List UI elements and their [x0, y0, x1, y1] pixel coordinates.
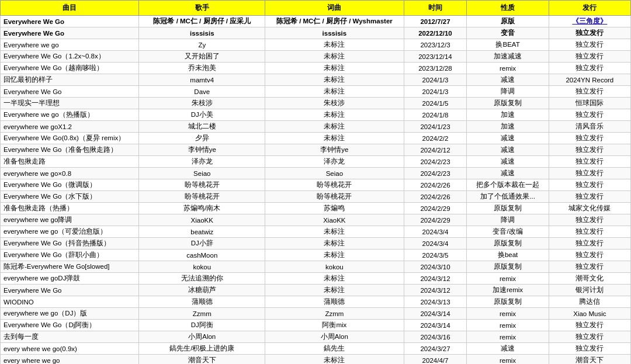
cell-title: 准备包揪走路（热播） — [1, 203, 139, 214]
cell-release: 独立发行 — [549, 86, 630, 98]
cell-type: 换BEAT — [467, 39, 549, 51]
cell-time: 2024/3/16 — [404, 331, 467, 343]
cell-release: 恒球国际 — [549, 98, 630, 109]
cell-time: 2024/3/4 — [404, 238, 467, 249]
cell-title: 陈冠希-Everywhere We Go[slowed] — [1, 261, 139, 273]
cell-release: 独立发行 — [549, 249, 630, 261]
cell-type: 把多个版本裁在一起 — [467, 179, 549, 191]
cell-type: 变音/改编 — [467, 226, 549, 238]
table-row: Everywhere We Go（Dj阿衡）DJ阿衡阿衡mix2024/3/14… — [1, 320, 631, 331]
cell-singer: Zzmm — [139, 308, 265, 320]
cell-release: 银河计划 — [549, 285, 630, 296]
cell-singer: mamtv4 — [139, 74, 265, 86]
cell-time: 2024/3/12 — [404, 273, 467, 285]
cell-lyric: 未标注 — [265, 63, 404, 74]
cell-title: everywhere we go（可爱治愈版） — [1, 226, 139, 238]
cell-type: 原版复制 — [467, 203, 549, 214]
cell-type: remix — [467, 331, 549, 343]
table-row: Everywhere we goZy未标注2023/12/3换BEAT独立发行 — [1, 39, 631, 51]
cell-lyric: Seiao — [265, 168, 404, 179]
table-row: 一半现实一半理想朱枝涉朱枝涉2024/1/5原版复制恒球国际 — [1, 98, 631, 109]
table-row: Everywhere we go（热播版）DJ小美未标注2024/1/8加速独立… — [1, 109, 631, 121]
cell-title: every where we go — [1, 355, 139, 365]
cell-singer: 朱枝涉 — [139, 98, 265, 109]
cell-time: 2024/3/14 — [404, 320, 467, 331]
cell-lyric: 朱枝涉 — [265, 98, 404, 109]
cell-title: 去到每一度 — [1, 331, 139, 343]
cell-time: 2024/2/29 — [404, 203, 467, 214]
cell-singer: 泽亦龙 — [139, 156, 265, 168]
table-row: Everywhere We Go（1.2x~0.8x）又开始困了未标注2023/… — [1, 51, 631, 63]
cell-time: 2024/3/12 — [404, 285, 467, 296]
table-row: everywhere we go降调XiaoKKXiaoKK2024/2/29降… — [1, 214, 631, 226]
table-row: 去到每一度小周Alon小周Alon2024/3/16remix独立发行 — [1, 331, 631, 343]
songs-table: 曲目 歌手 词曲 时间 性质 发行 Everywhere We Go陈冠希 / … — [0, 0, 631, 364]
cell-lyric: 未标注 — [265, 285, 404, 296]
main-table-container: 曲目 歌手 词曲 时间 性质 发行 Everywhere We Go陈冠希 / … — [0, 0, 631, 364]
cell-singer: 城北二楼 — [139, 121, 265, 133]
cell-singer: DJ小辞 — [139, 238, 265, 249]
cell-singer: 盼等桃花开 — [139, 179, 265, 191]
table-row: Everywhere We Go（微调版）盼等桃花开盼等桃花开2024/2/26… — [1, 179, 631, 191]
cell-title: Everywhere we go — [1, 39, 139, 51]
cell-type: remix — [467, 320, 549, 331]
cell-lyric: 未标注 — [265, 121, 404, 133]
table-row: 陈冠希-Everywhere We Go[slowed]kokoukokou20… — [1, 261, 631, 273]
cell-singer: kokou — [139, 261, 265, 273]
cell-lyric: 未标注 — [265, 238, 404, 249]
cell-lyric: 未标注 — [265, 39, 404, 51]
cell-lyric: 蒲顺德 — [265, 296, 404, 308]
cell-title: Everywhere We Go(0.8x)（夏异 remix） — [1, 133, 139, 144]
cell-title: every where we go(0.9x) — [1, 343, 139, 355]
cell-time: 2024/2/2 — [404, 133, 467, 144]
table-row: Everywhere We Go陈冠希 / MC仁 / 厨房仔 / 应采儿陈冠希… — [1, 16, 631, 27]
cell-title: Everywhere We Go — [1, 27, 139, 39]
cell-time: 2024/2/26 — [404, 179, 467, 191]
cell-type: 变音 — [467, 27, 549, 39]
cell-singer: Seiao — [139, 168, 265, 179]
cell-singer: DJ小美 — [139, 109, 265, 121]
cell-title: Everywhere we go（热播版） — [1, 109, 139, 121]
table-row: everywhere we goDJ弹鼓无法追溯的你未标注2024/3/12re… — [1, 273, 631, 285]
cell-release: 独立发行 — [549, 144, 630, 156]
cell-lyric: 陈冠希 / MC仁 / 厨房仔 / Wyshmaster — [265, 16, 404, 27]
cell-type: remix — [467, 355, 549, 365]
table-row: everywhere we go（可爱治愈版）beatwiz未标注2024/3/… — [1, 226, 631, 238]
cell-singer: 苏煸鸣/南木 — [139, 203, 265, 214]
cell-type: 减速 — [467, 133, 549, 144]
table-row: 准备包揪走路（热播）苏煸鸣/南木苏煸鸣2024/2/29原版复制城家文化传媒 — [1, 203, 631, 214]
cell-time: 2023/12/28 — [404, 63, 467, 74]
table-row: Everywhere We Go（越南哆啦）乔未泡美未标注2023/12/28r… — [1, 63, 631, 74]
cell-release: 独立发行 — [549, 27, 630, 39]
cell-release: 独立发行 — [549, 320, 630, 331]
table-row: Everywhere We Go（抖音热播版）DJ小辞未标注2024/3/4原版… — [1, 238, 631, 249]
table-row: everywhere we go×0.8SeiaoSeiao2024/2/23减… — [1, 168, 631, 179]
cell-type: 换beat — [467, 249, 549, 261]
cell-time: 2024/2/26 — [404, 191, 467, 203]
cell-title: Everywhere We Go（抖音热播版） — [1, 238, 139, 249]
cell-lyric: 小周Alon — [265, 331, 404, 343]
cell-time: 2024/2/23 — [404, 168, 467, 179]
cell-title: everywhere we goX1.2 — [1, 121, 139, 133]
cell-time: 2024/4/7 — [404, 355, 467, 365]
cell-singer: Dave — [139, 86, 265, 98]
col-header-title: 曲目 — [1, 1, 139, 16]
cell-time: 2022/12/10 — [404, 27, 467, 39]
table-row: Everywhere We Go（辞职小曲）cashMoon未标注2024/3/… — [1, 249, 631, 261]
cell-singer: 蒲顺德 — [139, 296, 265, 308]
cell-release: 独立发行 — [549, 238, 630, 249]
cell-release: 独立发行 — [549, 343, 630, 355]
table-row: Everywhere We Goisssisisisssisis2022/12/… — [1, 27, 631, 39]
cell-singer: 鎬先生/积极上进的康 — [139, 343, 265, 355]
cell-type: 减速 — [467, 343, 549, 355]
cell-release: 独立发行 — [549, 156, 630, 168]
cell-title: Everywhere We Go — [1, 16, 139, 27]
cell-singer: 冰糖葫芦 — [139, 285, 265, 296]
table-row: 准备包揪走路泽亦龙泽亦龙2024/2/23减速独立发行 — [1, 156, 631, 168]
table-row: Everywhere We Go（水下版）盼等桃花开盼等桃花开2024/2/26… — [1, 191, 631, 203]
col-header-lyric: 词曲 — [265, 1, 404, 16]
cell-lyric: 苏煸鸣 — [265, 203, 404, 214]
cell-type: remix — [467, 308, 549, 320]
cell-time: 2024/3/5 — [404, 249, 467, 261]
cell-release: 独立发行 — [549, 168, 630, 179]
